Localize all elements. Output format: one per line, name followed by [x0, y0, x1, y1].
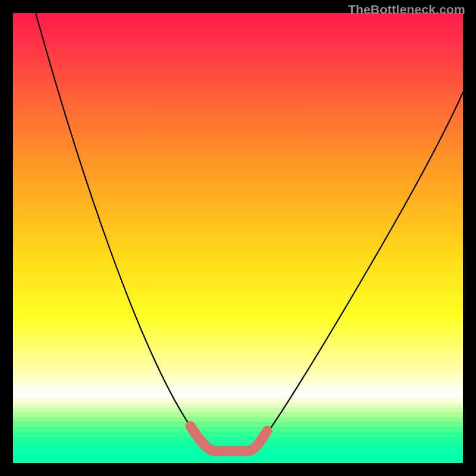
- plot-area: [13, 13, 463, 463]
- curve-black: [36, 13, 463, 452]
- curve-optimal-pink: [190, 426, 267, 451]
- watermark-text: TheBottleneck.com: [348, 2, 465, 17]
- chart-frame: TheBottleneck.com: [0, 0, 476, 476]
- bottleneck-curve: [13, 13, 463, 463]
